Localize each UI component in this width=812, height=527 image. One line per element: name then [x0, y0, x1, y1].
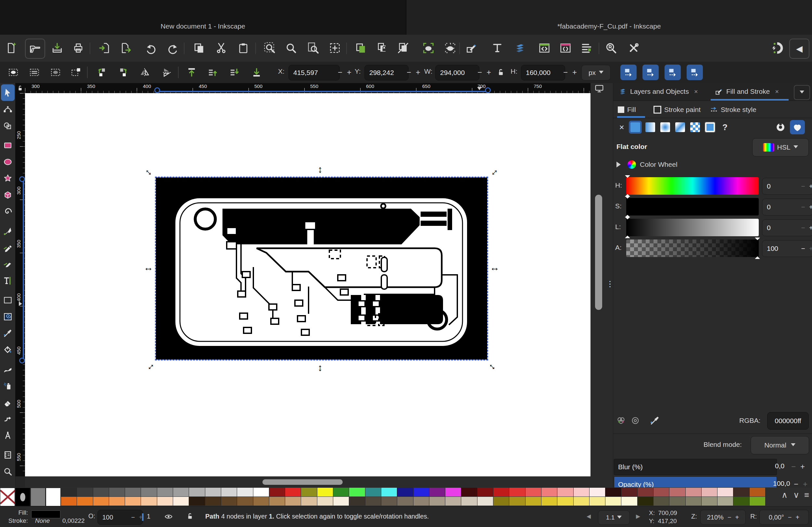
- zoom-increment[interactable]: [735, 514, 739, 521]
- palette-swatch[interactable]: [701, 497, 717, 506]
- tool-3d-box[interactable]: [1, 186, 15, 203]
- tool-spiral[interactable]: [1, 203, 15, 220]
- palette-swatch[interactable]: [253, 488, 269, 497]
- zoom-page-button[interactable]: [304, 39, 322, 57]
- color-wheel-expander[interactable]: Color Wheel: [617, 160, 678, 169]
- w-increment[interactable]: [487, 68, 491, 77]
- lightness-decrement[interactable]: [801, 224, 805, 232]
- ruler-lock-corner[interactable]: [15, 83, 25, 93]
- palette-swatch[interactable]: [77, 488, 93, 497]
- palette-swatch[interactable]: [189, 497, 205, 506]
- palette-swatch[interactable]: [189, 488, 205, 497]
- palette-swatch[interactable]: [77, 497, 93, 506]
- palette-swatch[interactable]: [653, 488, 669, 497]
- palette-swatch[interactable]: [686, 497, 701, 506]
- vertical-ruler[interactable]: 250 300 350 400 450 500 550: [15, 93, 25, 476]
- palette-swatch[interactable]: [638, 497, 653, 506]
- zoom-center-page-button[interactable]: [325, 39, 344, 57]
- y-input[interactable]: 298,242: [364, 65, 409, 80]
- tool-eraser[interactable]: [1, 394, 15, 410]
- pcb-artwork[interactable]: [156, 178, 487, 360]
- palette-swatch[interactable]: [461, 497, 477, 506]
- scale-handle-e[interactable]: ↔: [490, 262, 499, 272]
- fill-rule-even-odd-button[interactable]: [773, 120, 788, 134]
- hue-slider[interactable]: [626, 177, 759, 195]
- cut-button[interactable]: [212, 39, 231, 57]
- rotation-spinbox[interactable]: 0,00°: [759, 510, 809, 525]
- close-icon[interactable]: ×: [694, 88, 698, 95]
- opacity-decrement[interactable]: [131, 514, 135, 521]
- palette-swatch[interactable]: [525, 488, 541, 497]
- scale-pattern-toggle[interactable]: [687, 64, 703, 80]
- palette-swatch[interactable]: [301, 497, 317, 506]
- palette-swatch[interactable]: [621, 488, 637, 497]
- eyedropper-icon[interactable]: [650, 416, 660, 426]
- snap-controls-button[interactable]: [767, 39, 786, 57]
- palette-swatch[interactable]: [638, 488, 653, 497]
- palette-swatch[interactable]: [750, 497, 766, 506]
- palette-swatch[interactable]: [430, 488, 445, 497]
- palette-swatch[interactable]: [381, 497, 397, 506]
- saturation-slider[interactable]: [626, 198, 759, 215]
- x-decrement[interactable]: [338, 68, 342, 77]
- paint-mesh-gradient-button[interactable]: [673, 121, 687, 134]
- tool-connector[interactable]: [1, 410, 15, 427]
- palette-swatch[interactable]: [381, 488, 397, 497]
- color-target-icon[interactable]: [630, 416, 640, 426]
- palette-swatch[interactable]: [717, 488, 734, 497]
- palette-swatch[interactable]: [669, 488, 685, 497]
- palette-swatch[interactable]: [317, 497, 333, 506]
- flip-horizontal-button[interactable]: [136, 64, 153, 80]
- select-all-button[interactable]: [5, 64, 21, 80]
- print-button[interactable]: [69, 39, 88, 57]
- palette-swatch[interactable]: [93, 497, 109, 506]
- palette-swatch[interactable]: [750, 488, 766, 497]
- palette-swatch[interactable]: [509, 488, 525, 497]
- selection-box-button[interactable]: [68, 64, 84, 80]
- palette-menu-icon[interactable]: ≡: [804, 490, 809, 500]
- ungroup-button[interactable]: [441, 39, 460, 57]
- paste-button[interactable]: [234, 39, 253, 57]
- new-document-button[interactable]: [2, 39, 21, 57]
- layer-visibility-toggle[interactable]: [164, 512, 173, 521]
- export-button[interactable]: [116, 39, 135, 57]
- palette-swatch[interactable]: [606, 497, 621, 506]
- scale-handle-w[interactable]: ↔: [144, 262, 153, 272]
- h-input[interactable]: 160,000: [521, 65, 565, 80]
- alpha-increment[interactable]: [809, 245, 812, 253]
- scale-handle-ne[interactable]: ↔: [487, 165, 500, 178]
- palette-swatch[interactable]: [221, 488, 237, 497]
- tool-ellipse[interactable]: [1, 153, 15, 170]
- display-mode-icon[interactable]: [594, 84, 605, 93]
- palette-scroll-up[interactable]: ∧: [782, 490, 788, 500]
- palette-swatch[interactable]: [269, 497, 285, 506]
- palette-swatch-gray[interactable]: [30, 488, 45, 506]
- tool-pages[interactable]: [1, 447, 15, 463]
- palette-swatch[interactable]: [125, 488, 141, 497]
- tool-shape-builder[interactable]: [1, 118, 15, 134]
- blur-decrement[interactable]: [791, 462, 796, 471]
- rotate-ccw-button[interactable]: [93, 64, 110, 80]
- h-increment[interactable]: [572, 68, 577, 77]
- palette-swatch[interactable]: [333, 497, 349, 506]
- palette-swatch[interactable]: [237, 488, 253, 497]
- y-increment[interactable]: [416, 68, 420, 77]
- flip-vertical-button[interactable]: [159, 64, 175, 80]
- scale-corners-toggle[interactable]: [642, 64, 659, 80]
- tool-pen[interactable]: [1, 223, 15, 239]
- palette-swatch[interactable]: [477, 488, 493, 497]
- zoom-drawing-button[interactable]: [281, 39, 301, 57]
- deselect-button[interactable]: [47, 64, 64, 80]
- palette-swatch[interactable]: [141, 488, 157, 497]
- horizontal-ruler[interactable]: 300 350 400 450 500 550 600 650 700 750: [25, 83, 591, 93]
- palette-scroll-down[interactable]: ∨: [793, 490, 799, 500]
- palette-swatch[interactable]: [365, 488, 381, 497]
- palette-swatch[interactable]: [621, 497, 637, 506]
- palette-swatch[interactable]: [109, 488, 125, 497]
- alpha-slider[interactable]: [626, 240, 759, 257]
- color-palettes-icon[interactable]: [616, 416, 626, 426]
- lightness-slider[interactable]: [626, 219, 759, 236]
- tool-star[interactable]: [1, 170, 15, 186]
- tool-rectangle[interactable]: [1, 137, 15, 153]
- x-input[interactable]: 415,597: [288, 65, 340, 80]
